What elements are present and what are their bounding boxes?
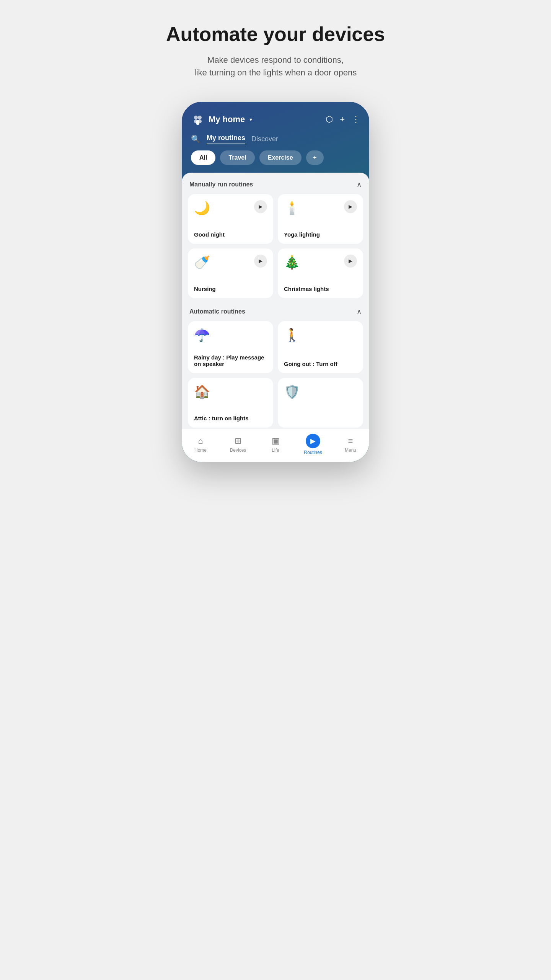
manual-routines-grid: 🌙 ▶ Good night 🕯️ ▶ Yoga lighting bbox=[188, 194, 363, 298]
good-night-label: Good night bbox=[194, 231, 267, 238]
manual-section-header: Manually run routines ∧ bbox=[188, 173, 363, 194]
devices-nav-label: Devices bbox=[230, 448, 246, 453]
devices-nav-icon: ⊞ bbox=[235, 436, 241, 446]
routine-card-nursing[interactable]: 🍼 ▶ Nursing bbox=[188, 248, 273, 298]
nav-routines[interactable]: ▶ Routines bbox=[294, 434, 332, 455]
yoga-lighting-emoji: 🕯️ bbox=[284, 200, 300, 216]
routine-card-christmas-lights[interactable]: 🎄 ▶ Christmas lights bbox=[278, 248, 363, 298]
routine-card-yoga-lighting[interactable]: 🕯️ ▶ Yoga lighting bbox=[278, 194, 363, 244]
nursing-emoji: 🍼 bbox=[194, 255, 210, 270]
routine-card-rainy-day[interactable]: ☂️ Rainy day : Play message on speaker bbox=[188, 321, 273, 373]
tab-my-routines[interactable]: My routines bbox=[207, 134, 245, 144]
christmas-lights-label: Christmas lights bbox=[284, 286, 357, 292]
nav-life[interactable]: ▣ Life bbox=[257, 436, 294, 453]
routine-card-attic[interactable]: 🏠 Attic : turn on lights bbox=[188, 378, 273, 428]
manual-section-toggle[interactable]: ∧ bbox=[357, 180, 362, 189]
menu-nav-icon: ≡ bbox=[348, 436, 353, 446]
routine-card-going-out[interactable]: 🚶 Going out : Turn off bbox=[278, 321, 363, 373]
routine-card-top: 🕯️ ▶ bbox=[284, 200, 357, 216]
chip-exercise[interactable]: Exercise bbox=[259, 150, 302, 165]
svg-point-0 bbox=[194, 116, 198, 119]
share-icon[interactable]: ⬡ bbox=[326, 114, 333, 124]
auto-routines-grid: ☂️ Rainy day : Play message on speaker 🚶… bbox=[188, 321, 363, 428]
tab-discover[interactable]: Discover bbox=[251, 135, 278, 143]
yoga-lighting-play-button[interactable]: ▶ bbox=[344, 200, 357, 213]
main-title: Automate your devices bbox=[166, 23, 385, 46]
home-logo-icon bbox=[191, 113, 205, 126]
yoga-lighting-label: Yoga lighting bbox=[284, 231, 357, 238]
routine-card-top: 🌙 ▶ bbox=[194, 200, 267, 216]
attic-emoji: 🏠 bbox=[194, 384, 210, 399]
add-icon[interactable]: + bbox=[340, 114, 345, 124]
nav-devices[interactable]: ⊞ Devices bbox=[219, 436, 257, 453]
page-headline: Automate your devices Make devices respo… bbox=[166, 23, 385, 79]
routine-card-top: 🎄 ▶ bbox=[284, 255, 357, 270]
search-icon[interactable]: 🔍 bbox=[191, 134, 201, 144]
going-out-label: Going out : Turn off bbox=[284, 361, 357, 367]
home-nav-icon: ⌂ bbox=[198, 436, 203, 446]
top-actions: ⬡ + ⋮ bbox=[326, 114, 360, 124]
good-night-emoji: 🌙 bbox=[194, 200, 210, 216]
phone-screen: My home ▾ ⬡ + ⋮ 🔍 My routines Discover A… bbox=[182, 102, 369, 462]
phone-mockup: My home ▾ ⬡ + ⋮ 🔍 My routines Discover A… bbox=[182, 102, 369, 462]
main-subtitle: Make devices respond to conditions,like … bbox=[166, 54, 385, 79]
christmas-lights-play-button[interactable]: ▶ bbox=[344, 255, 357, 268]
routine-card-top: 🍼 ▶ bbox=[194, 255, 267, 270]
home-title[interactable]: My home ▾ bbox=[191, 113, 252, 126]
svg-rect-4 bbox=[196, 120, 199, 125]
home-nav-label: Home bbox=[194, 448, 207, 453]
rainy-day-label: Rainy day : Play message on speaker bbox=[194, 354, 267, 367]
menu-nav-label: Menu bbox=[345, 448, 356, 453]
routine-card-shield[interactable]: 🛡️ bbox=[278, 378, 363, 428]
chip-travel[interactable]: Travel bbox=[220, 150, 254, 165]
nav-menu[interactable]: ≡ Menu bbox=[332, 436, 369, 453]
filter-chips: All Travel Exercise + bbox=[182, 150, 369, 173]
attic-label: Attic : turn on lights bbox=[194, 415, 267, 421]
home-name-label: My home bbox=[209, 114, 245, 124]
routine-card-top: 🚶 bbox=[284, 327, 357, 343]
auto-section-title: Automatic routines bbox=[189, 308, 245, 315]
nursing-play-button[interactable]: ▶ bbox=[254, 255, 267, 268]
chip-add-category[interactable]: + bbox=[306, 150, 324, 165]
content-area: Manually run routines ∧ 🌙 ▶ Good night 🕯… bbox=[182, 173, 369, 429]
good-night-play-button[interactable]: ▶ bbox=[254, 200, 267, 213]
top-bar: My home ▾ ⬡ + ⋮ bbox=[182, 102, 369, 131]
going-out-emoji: 🚶 bbox=[284, 327, 300, 343]
life-nav-label: Life bbox=[272, 448, 279, 453]
routine-card-good-night[interactable]: 🌙 ▶ Good night bbox=[188, 194, 273, 244]
nav-home[interactable]: ⌂ Home bbox=[182, 436, 219, 453]
rainy-day-emoji: ☂️ bbox=[194, 327, 210, 343]
more-options-icon[interactable]: ⋮ bbox=[352, 114, 360, 124]
bottom-nav: ⌂ Home ⊞ Devices ▣ Life ▶ Routines ≡ Men… bbox=[182, 429, 369, 462]
routine-card-top: 🏠 bbox=[194, 384, 267, 399]
auto-section-header: Automatic routines ∧ bbox=[188, 300, 363, 321]
routines-active-icon: ▶ bbox=[306, 434, 320, 448]
routine-card-top: 🛡️ bbox=[284, 384, 357, 399]
christmas-lights-emoji: 🎄 bbox=[284, 255, 300, 270]
search-row: 🔍 My routines Discover bbox=[182, 131, 369, 150]
svg-point-1 bbox=[198, 116, 202, 119]
auto-section-toggle[interactable]: ∧ bbox=[357, 307, 362, 316]
shield-emoji: 🛡️ bbox=[284, 384, 300, 399]
routines-nav-label: Routines bbox=[304, 450, 322, 455]
routine-card-top: ☂️ bbox=[194, 327, 267, 343]
manual-section-title: Manually run routines bbox=[189, 181, 253, 188]
chevron-down-icon: ▾ bbox=[249, 116, 252, 122]
chip-all[interactable]: All bbox=[191, 150, 215, 165]
nursing-label: Nursing bbox=[194, 286, 267, 292]
life-nav-icon: ▣ bbox=[272, 436, 280, 446]
